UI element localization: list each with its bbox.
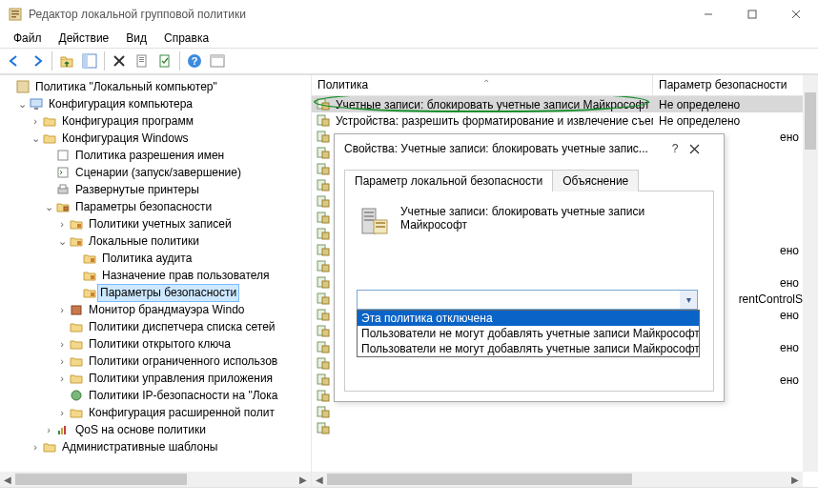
- folder-lock-icon: [69, 233, 84, 249]
- tree-user-rights[interactable]: Назначение прав пользователя: [2, 267, 311, 284]
- tree-account-policies[interactable]: › Политики учетных записей: [2, 215, 311, 232]
- policy-item-icon: [317, 373, 332, 388]
- svg-rect-17: [160, 55, 169, 67]
- tree-software-settings[interactable]: › Конфигурация программ: [2, 112, 311, 130]
- qos-icon: [55, 422, 71, 437]
- dialog-title-bar[interactable]: Свойства: Учетные записи: блокировать уч…: [335, 134, 724, 163]
- tree-windows-settings[interactable]: ⌄ Конфигурация Windows: [2, 130, 311, 147]
- svg-rect-16: [139, 61, 144, 62]
- svg-rect-57: [322, 232, 329, 239]
- tree-app-control[interactable]: › Политики управления приложения: [2, 370, 311, 387]
- svg-rect-49: [322, 168, 329, 174]
- svg-rect-43: [322, 119, 329, 126]
- folder-lock-icon: [82, 285, 97, 300]
- svg-rect-14: [139, 57, 144, 58]
- menu-action[interactable]: Действие: [51, 30, 117, 47]
- svg-rect-21: [211, 55, 224, 58]
- tree-advanced-audit[interactable]: › Конфигурация расширенной полит: [2, 404, 311, 421]
- svg-rect-10: [83, 54, 88, 68]
- forward-button[interactable]: [27, 50, 48, 71]
- firewall-icon: [69, 302, 84, 317]
- tree-view[interactable]: Политика "Локальный компьютер" ⌄ Конфигу…: [0, 75, 311, 472]
- tree-admin-templates[interactable]: › Административные шаблоны: [2, 438, 311, 455]
- dialog-help-button[interactable]: ?: [661, 142, 689, 155]
- policy-item-icon: [317, 275, 332, 291]
- svg-rect-31: [77, 241, 81, 245]
- dropdown-option[interactable]: Эта политика отключена: [358, 311, 699, 326]
- tree-firewall-monitor[interactable]: › Монитор брандмауэра Windo: [2, 301, 311, 318]
- svg-rect-35: [72, 306, 81, 314]
- maximize-button[interactable]: [730, 0, 774, 29]
- tree-restricted-software[interactable]: › Политики ограниченного использов: [2, 353, 311, 370]
- svg-rect-71: [322, 346, 329, 353]
- menu-help[interactable]: Справка: [156, 30, 216, 47]
- back-button[interactable]: [4, 50, 25, 71]
- tab-explanation[interactable]: Объяснение: [552, 170, 639, 192]
- ipsec-icon: [69, 388, 84, 403]
- tab-content: Учетные записи: блокировать учетные запи…: [344, 192, 714, 392]
- tree-ipsec[interactable]: Политики IP-безопасности на "Лока: [2, 387, 311, 404]
- tree-local-policies[interactable]: ⌄ Локальные политики: [2, 232, 311, 250]
- list-vertical-scrollbar[interactable]: [803, 75, 818, 472]
- svg-rect-32: [91, 258, 94, 262]
- svg-rect-47: [322, 151, 329, 158]
- chevron-down-icon[interactable]: ▾: [680, 291, 697, 309]
- list-row[interactable]: [312, 404, 818, 420]
- minimize-button[interactable]: [686, 0, 730, 29]
- dialog-heading: Учетные записи: блокировать учетные запи…: [400, 203, 702, 232]
- column-policy[interactable]: Политика ⌃: [312, 75, 653, 95]
- properties-button[interactable]: [154, 50, 175, 71]
- tree-nlm-policies[interactable]: Политики диспетчера списка сетей: [2, 318, 311, 335]
- policy-item-icon: [317, 340, 332, 355]
- menu-file[interactable]: Файл: [6, 30, 50, 47]
- column-security[interactable]: Параметр безопасности: [653, 75, 818, 95]
- menu-view[interactable]: Вид: [118, 30, 154, 47]
- tree-public-key[interactable]: › Политики открытого ключа: [2, 335, 311, 353]
- policy-value-dropdown[interactable]: ▾ Эта политика отключена Пользователи не…: [357, 290, 698, 310]
- tree-root[interactable]: Политика "Локальный компьютер": [2, 78, 311, 95]
- policy-value: Не определено: [653, 98, 818, 111]
- export-button[interactable]: [132, 50, 153, 71]
- list-horizontal-scrollbar[interactable]: ◀ ▶: [312, 472, 803, 487]
- folder-lock-icon: [69, 216, 84, 232]
- help-button[interactable]: ?: [184, 50, 205, 71]
- tree-security-options[interactable]: Параметры безопасности: [2, 284, 311, 301]
- svg-rect-39: [64, 426, 66, 434]
- svg-rect-67: [322, 313, 329, 320]
- svg-rect-22: [17, 81, 29, 92]
- refresh-button[interactable]: [207, 50, 228, 71]
- policy-item-icon: [317, 292, 332, 307]
- svg-rect-69: [322, 330, 329, 336]
- tree-name-resolution[interactable]: Политика разрешения имен: [2, 147, 311, 164]
- svg-rect-65: [322, 297, 329, 304]
- dialog-tabs: Параметр локальной безопасности Объяснен…: [344, 169, 714, 192]
- tree-computer-config[interactable]: ⌄ Конфигурация компьютера: [2, 95, 311, 112]
- list-row[interactable]: [312, 420, 818, 436]
- properties-dialog: Свойства: Учетные записи: блокировать уч…: [334, 133, 725, 402]
- tree-security-settings[interactable]: ⌄ Параметры безопасности: [2, 198, 311, 215]
- list-row[interactable]: Устройства: разрешить форматирование и и…: [312, 112, 818, 129]
- tree-horizontal-scrollbar[interactable]: ◀ ▶: [0, 472, 311, 487]
- svg-rect-28: [60, 185, 66, 189]
- dropdown-option[interactable]: Пользователи не могут добавлять учетные …: [358, 326, 699, 341]
- dialog-close-button[interactable]: [689, 144, 718, 154]
- printer-icon: [55, 182, 71, 197]
- close-button[interactable]: [774, 0, 818, 29]
- policy-name: Учетные записи: блокировать учетные запи…: [336, 98, 650, 111]
- policy-item-icon: [317, 211, 332, 226]
- svg-rect-26: [58, 168, 68, 177]
- dropdown-option[interactable]: Пользователи не могут добавлять учетные …: [358, 341, 699, 356]
- folder-icon: [69, 319, 84, 334]
- folder-icon: [69, 371, 84, 386]
- show-hide-tree-button[interactable]: [79, 50, 100, 71]
- svg-rect-33: [91, 275, 94, 279]
- tree-audit-policy[interactable]: Политика аудита: [2, 250, 311, 267]
- policy-item-icon: [317, 146, 332, 161]
- tree-scripts[interactable]: Сценарии (запуск/завершение): [2, 164, 311, 181]
- tree-deployed-printers[interactable]: Развернутые принтеры: [2, 181, 311, 198]
- list-row[interactable]: Учетные записи: блокировать учетные запи…: [312, 96, 818, 112]
- up-button[interactable]: [56, 50, 77, 71]
- delete-button[interactable]: [109, 50, 130, 71]
- tab-local-security[interactable]: Параметр локальной безопасности: [344, 170, 553, 192]
- tree-qos[interactable]: › QoS на основе политики: [2, 421, 311, 438]
